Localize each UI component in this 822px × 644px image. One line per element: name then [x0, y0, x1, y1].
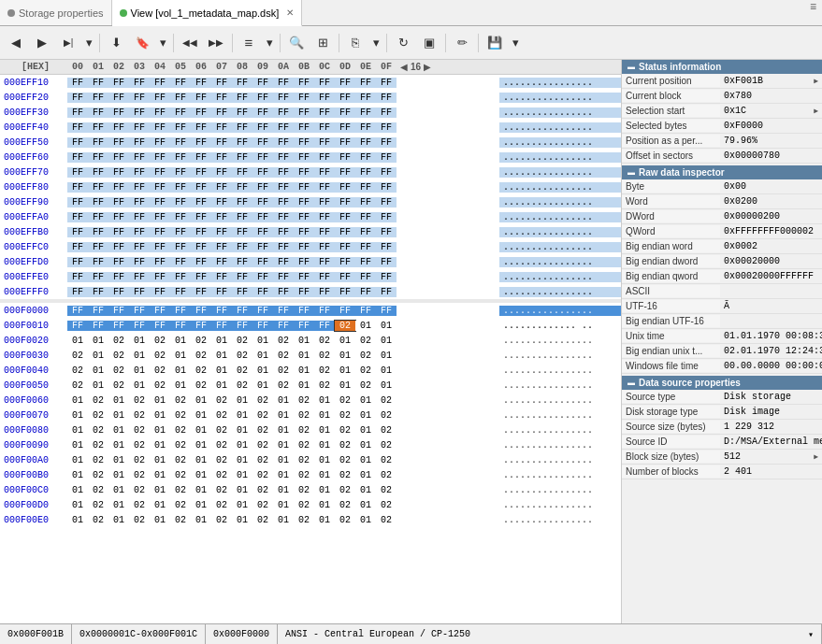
hex-byte[interactable]: FF	[252, 212, 273, 222]
hex-byte[interactable]: FF	[273, 321, 294, 331]
hex-byte[interactable]: FF	[252, 272, 273, 282]
hex-byte[interactable]: 02	[376, 395, 397, 406]
hex-byte[interactable]: FF	[88, 122, 108, 133]
hex-byte[interactable]: FF	[88, 242, 108, 252]
hex-byte[interactable]: 01	[191, 500, 211, 510]
hex-byte[interactable]: FF	[191, 227, 211, 237]
hex-row[interactable]: 000EFF60FFFFFFFFFFFFFFFFFFFFFFFFFFFFFFFF…	[0, 150, 621, 165]
hex-byte[interactable]: FF	[67, 78, 88, 88]
hex-byte[interactable]: FF	[129, 321, 150, 331]
hex-byte[interactable]: FF	[376, 272, 397, 282]
hex-byte[interactable]: 01	[294, 365, 314, 376]
hex-byte[interactable]: FF	[294, 152, 314, 163]
hex-byte[interactable]: 01	[273, 395, 294, 406]
hex-byte[interactable]: FF	[67, 93, 88, 103]
hex-byte[interactable]: 01	[129, 365, 150, 376]
hex-byte[interactable]: 02	[129, 395, 150, 406]
hex-byte[interactable]: 02	[252, 440, 273, 451]
hex-byte[interactable]: 02	[294, 455, 314, 465]
hex-byte[interactable]: FF	[67, 242, 88, 252]
hex-byte[interactable]: 02	[273, 365, 294, 376]
hex-byte[interactable]: 01	[335, 336, 355, 346]
hex-byte[interactable]: FF	[211, 321, 232, 331]
hex-byte[interactable]: FF	[150, 272, 170, 282]
hex-byte[interactable]: 02	[129, 440, 150, 451]
bookmark-button[interactable]: 🔖	[130, 31, 154, 55]
hex-byte[interactable]: 02	[376, 425, 397, 436]
hex-byte[interactable]: 02	[355, 380, 376, 391]
hex-byte[interactable]: FF	[67, 257, 88, 267]
hex-byte[interactable]: 01	[88, 351, 108, 361]
hex-byte[interactable]: FF	[294, 182, 314, 193]
hex-byte[interactable]: 02	[294, 395, 314, 406]
hex-byte[interactable]: 02	[252, 455, 273, 465]
hex-byte[interactable]: FF	[252, 257, 273, 267]
hex-row-transition[interactable]: 000F0000FFFFFFFFFFFFFFFFFFFFFFFFFFFFFFFF…	[0, 303, 621, 318]
hex-byte[interactable]: FF	[150, 257, 170, 267]
hex-row[interactable]: 000F006001020102010201020102010201020102…	[0, 393, 621, 408]
hex-byte[interactable]: 02	[88, 515, 108, 525]
hex-byte[interactable]: FF	[294, 107, 314, 118]
hex-byte[interactable]: FF	[232, 122, 252, 133]
hex-byte[interactable]: FF	[170, 272, 191, 282]
hex-byte[interactable]: FF	[150, 287, 170, 297]
hex-byte[interactable]: 02	[211, 470, 232, 480]
hex-byte[interactable]: FF	[211, 78, 232, 88]
hex-byte[interactable]: FF	[170, 242, 191, 252]
hex-byte[interactable]: FF	[67, 212, 88, 222]
hex-byte[interactable]: 02	[88, 455, 108, 465]
hex-byte[interactable]: FF	[355, 227, 376, 237]
hex-byte[interactable]: FF	[108, 321, 129, 331]
hex-byte[interactable]: FF	[232, 321, 252, 331]
hex-byte[interactable]: FF	[376, 137, 397, 148]
hex-byte[interactable]: FF	[252, 93, 273, 103]
hex-byte[interactable]: FF	[232, 272, 252, 282]
hex-byte[interactable]: FF	[355, 122, 376, 133]
hex-byte[interactable]: 01	[191, 485, 211, 495]
hex-byte[interactable]: FF	[314, 107, 335, 118]
save-button[interactable]: 💾	[483, 31, 507, 55]
hex-byte[interactable]: FF	[376, 242, 397, 252]
hex-byte[interactable]: 01	[191, 455, 211, 465]
hex-byte[interactable]: 02	[335, 515, 355, 525]
hex-byte[interactable]: FF	[232, 287, 252, 297]
hex-byte[interactable]: FF	[191, 93, 211, 103]
hex-byte[interactable]: 01	[252, 380, 273, 391]
hex-byte[interactable]: 01	[67, 455, 88, 465]
hex-byte[interactable]: FF	[67, 306, 88, 316]
hex-byte[interactable]: FF	[150, 242, 170, 252]
hex-byte[interactable]: 02	[232, 336, 252, 346]
hex-byte[interactable]: FF	[150, 227, 170, 237]
hex-byte[interactable]: 01	[108, 395, 129, 406]
hex-byte[interactable]: FF	[355, 182, 376, 193]
hex-byte[interactable]: 02	[355, 336, 376, 346]
hex-byte[interactable]: 02	[376, 470, 397, 480]
hex-byte[interactable]: 01	[355, 470, 376, 480]
hex-byte[interactable]: 02	[211, 500, 232, 510]
hex-byte[interactable]: FF	[335, 182, 355, 193]
hex-byte[interactable]: 01	[67, 515, 88, 525]
hex-byte[interactable]: FF	[170, 137, 191, 148]
hex-byte[interactable]: 01	[67, 470, 88, 480]
hex-byte[interactable]: 01	[376, 365, 397, 376]
tab-close-view[interactable]: ✕	[286, 7, 294, 18]
hex-row[interactable]: 000EFF80FFFFFFFFFFFFFFFFFFFFFFFFFFFFFFFF…	[0, 179, 621, 194]
hex-byte[interactable]: FF	[191, 212, 211, 222]
hex-byte[interactable]: 01	[232, 395, 252, 406]
hex-byte[interactable]: 02	[376, 440, 397, 451]
panel-value[interactable]: 0xF001B▶	[720, 75, 822, 87]
hex-row[interactable]: 000EFFA0FFFFFFFFFFFFFFFFFFFFFFFFFFFFFFFF…	[0, 209, 621, 224]
hex-byte[interactable]: FF	[355, 212, 376, 222]
hex-byte[interactable]: FF	[108, 122, 129, 133]
hex-byte[interactable]: FF	[335, 287, 355, 297]
hex-byte[interactable]: 01	[211, 336, 232, 346]
hex-byte[interactable]: FF	[150, 78, 170, 88]
hex-byte[interactable]: FF	[129, 242, 150, 252]
hex-byte[interactable]: 02	[294, 410, 314, 421]
hex-byte[interactable]: FF	[335, 242, 355, 252]
hex-byte[interactable]: 01	[314, 485, 335, 495]
hex-byte[interactable]: FF	[294, 167, 314, 178]
hex-byte[interactable]: 01	[150, 455, 170, 465]
hex-byte[interactable]: 02	[150, 380, 170, 391]
hex-byte[interactable]: FF	[232, 212, 252, 222]
